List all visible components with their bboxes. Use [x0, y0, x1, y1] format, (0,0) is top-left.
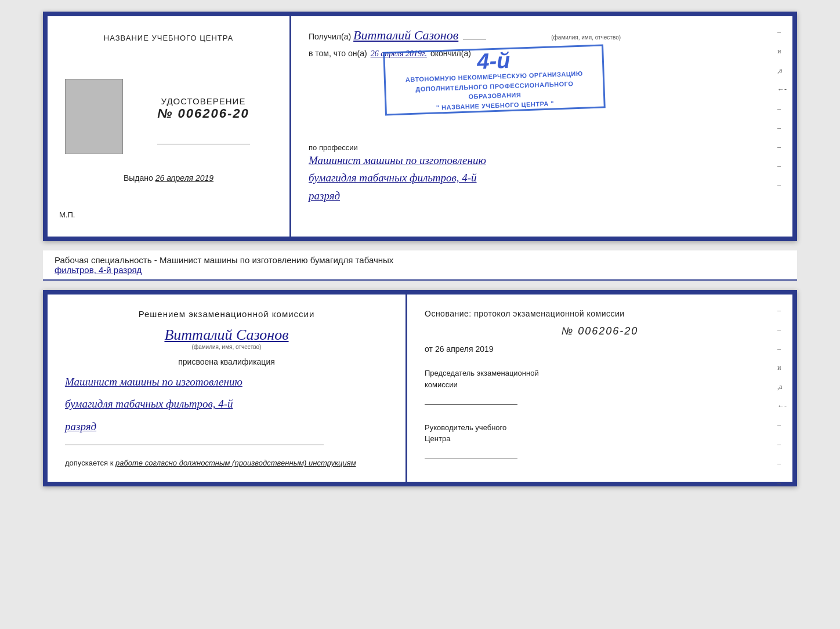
udostoverenie-label: УДОСТОВЕРЕНИЕ	[157, 96, 249, 106]
vydano-label: Выдано	[124, 173, 153, 183]
prisvoyena-label: присвоена квалификация	[65, 357, 388, 366]
predsedatel-line2: комиссии	[425, 380, 458, 389]
qual-line2: бумагидля табачных фильтров, 4-й	[65, 395, 388, 413]
predsedatel-line1: Председатель экзаменационной	[425, 369, 539, 377]
dopuskaetsya-label: допускается к	[65, 459, 113, 467]
poluchil-label: Получил(а)	[309, 32, 351, 41]
ot-line: от 26 апреля 2019	[425, 344, 775, 354]
rukovoditel-signature-line	[425, 445, 517, 459]
profession-line2: бумагидля табачных фильтров, 4-й	[309, 169, 775, 187]
ot-date: 26 апреля 2019	[435, 344, 494, 354]
dopuskaetsya-text: работе согласно должностным (производств…	[115, 459, 356, 467]
center-title: НАЗВАНИЕ УЧЕБНОГО ЦЕНТРА	[104, 34, 233, 42]
received-line: Получил(а) Витталий Сазонов (фамилия, им…	[309, 28, 775, 43]
vtom-label: в том, что он(а)	[309, 49, 367, 58]
predsedatel-signature-line	[425, 390, 517, 405]
osnovaniye-text: Основание: протокол экзаменационной коми…	[425, 309, 775, 318]
bottom-left-panel: Решением экзаменационной комиссии Виттал…	[48, 294, 407, 482]
fio-label-top: (фамилия, имя, отчество)	[551, 34, 621, 41]
cert-right-panel: Получил(а) Витталий Сазонов (фамилия, им…	[291, 16, 792, 237]
po-professii-label: по профессии	[309, 143, 775, 152]
vydano-line: Выдано 26 апреля 2019	[124, 173, 213, 183]
vydano-date: 26 апреля 2019	[155, 173, 213, 183]
bottom-right-dashes: – – – и ,а ←- – – – –	[777, 306, 787, 487]
cert-left-panel: НАЗВАНИЕ УЧЕБНОГО ЦЕНТРА УДОСТОВЕРЕНИЕ №…	[48, 16, 291, 237]
rukovoditel-line1: Руководитель учебного	[425, 423, 506, 432]
qual-line3: разряд	[65, 418, 388, 435]
top-certificate: НАЗВАНИЕ УЧЕБНОГО ЦЕНТРА УДОСТОВЕРЕНИЕ №…	[43, 12, 797, 241]
bottom-certificate: Решением экзаменационной комиссии Виттал…	[43, 290, 797, 486]
rukovoditel-block: Руководитель учебного Центра	[425, 422, 775, 463]
blue-stamp: 4-й АВТОНОМНУЮ НЕКОММЕРЧЕСКУЮ ОРГАНИЗАЦИ…	[383, 44, 606, 115]
stamp-number: 4-й	[477, 49, 510, 72]
predsedatel-block: Председатель экзаменационной комиссии	[425, 368, 775, 408]
right-dashes: – и ,а ←- – – – – –	[777, 28, 787, 190]
komissia-title: Решением экзаменационной комиссии	[65, 309, 388, 319]
bottom-recipient-name: Витталий Сазонов	[65, 326, 388, 344]
dopuskaetsya-block: допускается к работе согласно должностны…	[65, 459, 388, 467]
cert-number-top: № 006206-20	[157, 106, 249, 121]
bottom-number: № 006206-20	[425, 325, 775, 337]
middle-text-section: Рабочая специальность - Машинист машины …	[43, 250, 797, 281]
photo-placeholder	[65, 79, 123, 154]
bottom-fio-label: (фамилия, имя, отчество)	[65, 344, 388, 350]
middle-underline-text: фильтров, 4-й разряд	[55, 265, 142, 275]
ot-label: от	[425, 344, 433, 354]
bottom-right-panel: Основание: протокол экзаменационной коми…	[407, 294, 792, 482]
mp-label: М.П.	[59, 210, 75, 219]
recipient-name-top: Витталий Сазонов	[353, 28, 458, 43]
rukovoditel-line2: Центра	[425, 434, 450, 443]
profession-line3: разряд	[309, 187, 775, 205]
udostoverenie-block: УДОСТОВЕРЕНИЕ № 006206-20	[157, 96, 249, 121]
middle-main-text: Рабочая специальность - Машинист машины …	[55, 255, 393, 265]
profession-line1: Машинист машины по изготовлению	[309, 152, 775, 169]
qual-line1: Машинист машины по изготовлению	[65, 373, 388, 391]
